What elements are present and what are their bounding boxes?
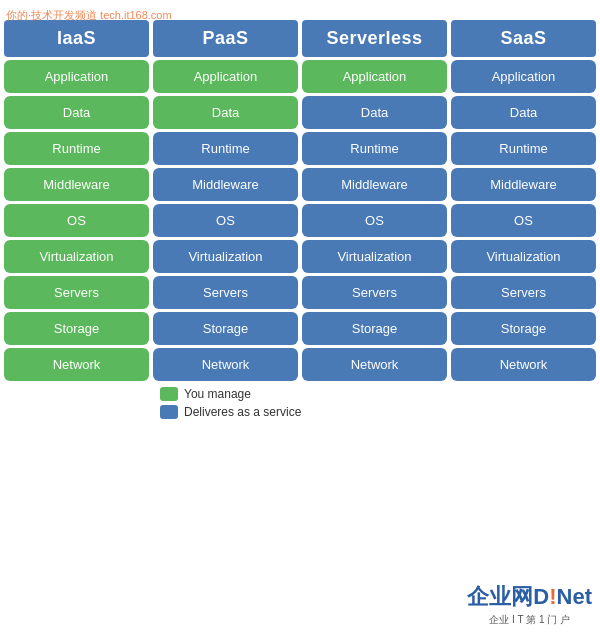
cell-paas-2: Runtime [153, 132, 298, 165]
legend-area: You manageDeliveres as a service [0, 387, 600, 419]
legend-color-box [160, 405, 178, 419]
col-header-saas: SaaS [451, 20, 596, 57]
cell-paas-4: OS [153, 204, 298, 237]
cell-paas-0: Application [153, 60, 298, 93]
cell-serverless-2: Runtime [302, 132, 447, 165]
column-paas: PaaSApplicationDataRuntimeMiddlewareOSVi… [153, 20, 298, 381]
legend-label: You manage [184, 387, 251, 401]
cell-iaas-1: Data [4, 96, 149, 129]
column-saas: SaaSApplicationDataRuntimeMiddlewareOSVi… [451, 20, 596, 381]
cell-serverless-5: Virtualization [302, 240, 447, 273]
legend-color-box [160, 387, 178, 401]
cell-saas-1: Data [451, 96, 596, 129]
cell-serverless-8: Network [302, 348, 447, 381]
cell-paas-7: Storage [153, 312, 298, 345]
cell-paas-6: Servers [153, 276, 298, 309]
cell-paas-1: Data [153, 96, 298, 129]
cell-paas-3: Middleware [153, 168, 298, 201]
cell-saas-3: Middleware [451, 168, 596, 201]
cell-paas-8: Network [153, 348, 298, 381]
cell-serverless-4: OS [302, 204, 447, 237]
cell-iaas-4: OS [4, 204, 149, 237]
cell-serverless-3: Middleware [302, 168, 447, 201]
legend-item: Deliveres as a service [160, 405, 600, 419]
cell-serverless-7: Storage [302, 312, 447, 345]
cell-iaas-5: Virtualization [4, 240, 149, 273]
cell-serverless-6: Servers [302, 276, 447, 309]
cell-saas-4: OS [451, 204, 596, 237]
brand-logo: 企业网D!Net [467, 582, 592, 612]
col-header-paas: PaaS [153, 20, 298, 57]
cell-saas-8: Network [451, 348, 596, 381]
cell-iaas-8: Network [4, 348, 149, 381]
cell-serverless-1: Data [302, 96, 447, 129]
cell-saas-7: Storage [451, 312, 596, 345]
col-header-serverless: Serverless [302, 20, 447, 57]
cell-iaas-7: Storage [4, 312, 149, 345]
cell-paas-5: Virtualization [153, 240, 298, 273]
cell-iaas-3: Middleware [4, 168, 149, 201]
column-iaas: IaaSApplicationDataRuntimeMiddlewareOSVi… [4, 20, 149, 381]
main-grid: IaaSApplicationDataRuntimeMiddlewareOSVi… [0, 20, 600, 381]
col-header-iaas: IaaS [4, 20, 149, 57]
cell-saas-2: Runtime [451, 132, 596, 165]
legend-item: You manage [160, 387, 600, 401]
legend-label: Deliveres as a service [184, 405, 301, 419]
cell-iaas-2: Runtime [4, 132, 149, 165]
brand-logo-area: 企业网D!Net 企业 I T 第 1 门 户 [467, 582, 592, 627]
column-serverless: ServerlessApplicationDataRuntimeMiddlewa… [302, 20, 447, 381]
cell-saas-5: Virtualization [451, 240, 596, 273]
cell-serverless-0: Application [302, 60, 447, 93]
watermark: 你的·技术开发频道 tech.it168.com [6, 8, 172, 23]
cell-saas-0: Application [451, 60, 596, 93]
cell-iaas-0: Application [4, 60, 149, 93]
cell-saas-6: Servers [451, 276, 596, 309]
cell-iaas-6: Servers [4, 276, 149, 309]
brand-tagline: 企业 I T 第 1 门 户 [489, 613, 570, 627]
